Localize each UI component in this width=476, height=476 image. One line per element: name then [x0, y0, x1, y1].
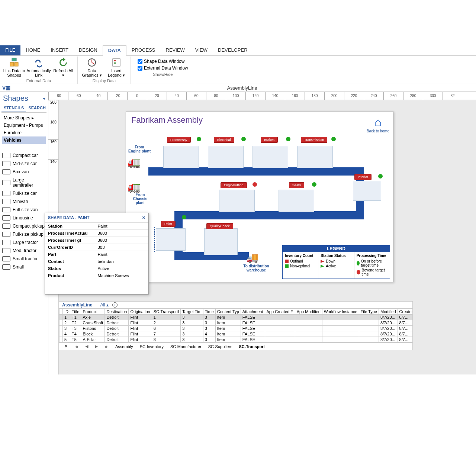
grid-col[interactable]: Product: [81, 309, 105, 315]
table-row[interactable]: 3T3PistonsDetroitFlint633ItemFALSE8/7/20…: [60, 326, 413, 331]
sheet-mfr[interactable]: SC-Manufacturer: [168, 344, 204, 349]
external-data-window: AssemblyLine All ▴ + IDTitleProductDesti…: [59, 301, 413, 350]
shape-item-label: Large semitrailer: [13, 177, 46, 188]
home-icon: ⌂: [367, 115, 389, 129]
tab-design[interactable]: DESIGN: [74, 45, 103, 55]
shape-item[interactable]: Mid-size car: [1, 160, 46, 168]
shape-data-title: SHAPE DATA - PAINT: [48, 215, 89, 220]
shape-item[interactable]: Full-size car: [1, 189, 46, 197]
station-interior[interactable]: [353, 181, 381, 201]
grid-col[interactable]: Content Typ: [215, 309, 241, 315]
tab-stencils[interactable]: STENCILS: [1, 104, 26, 112]
btn-data-graphics[interactable]: Data Graphics ▾: [81, 57, 103, 78]
tab-data[interactable]: DATA: [103, 45, 126, 56]
btn-refresh-all[interactable]: Refresh All ▾: [52, 57, 74, 78]
add-icon[interactable]: +: [112, 302, 118, 308]
tab-review[interactable]: REVIEW: [161, 45, 190, 55]
collapse-icon[interactable]: ◂: [43, 96, 45, 101]
cat-furniture[interactable]: Furniture: [2, 129, 46, 136]
station-brakes[interactable]: [253, 146, 288, 168]
table-row[interactable]: 5T5A-PillarDetroitFlint833ItemFALSE8/7/2…: [60, 337, 413, 342]
shape-item[interactable]: Full-size pickup: [1, 230, 46, 238]
sheet-sup[interactable]: SC-Suppliers: [206, 344, 235, 349]
shape-item-label: Mid-size car: [13, 161, 37, 166]
nav-last[interactable]: ⏭: [102, 344, 111, 349]
tab-home[interactable]: HOME: [20, 45, 45, 55]
drawing-page[interactable]: Fabrikam Assembly ⌂ Back to home FrameAs…: [126, 111, 393, 282]
grid-col[interactable]: Time: [203, 309, 215, 315]
shape-item[interactable]: Limousine: [1, 214, 46, 222]
grid-col[interactable]: File Type: [359, 309, 379, 315]
btn-insert-legend[interactable]: Insert Legend ▾: [105, 57, 128, 78]
sheet-assembly[interactable]: Assembly: [113, 344, 135, 349]
shape-item[interactable]: Large tractor: [1, 238, 46, 247]
grid-col[interactable]: Created: [398, 309, 412, 315]
btn-link-data[interactable]: Link Data to Shapes: [3, 57, 25, 78]
external-data-grid[interactable]: IDTitleProductDestinationOriginationSC-T…: [59, 309, 412, 342]
grid-col[interactable]: Destination: [105, 309, 129, 315]
sheet-inv[interactable]: SC-Inventory: [138, 344, 166, 349]
sheet-tabs: ✕ ⏮ ◀ ▶ ⏭ Assembly SC-Inventory SC-Manuf…: [59, 342, 412, 350]
table-row[interactable]: 2T2CrankShaftDetroitFlint233ItemFALSE8/7…: [60, 320, 413, 326]
tab-developer[interactable]: DEVELOPER: [213, 45, 253, 55]
legend: LEGEND Inventory Count Optimal Non-optim…: [282, 245, 390, 279]
grid-col[interactable]: Title: [70, 309, 81, 315]
tab-search[interactable]: SEARCH: [26, 104, 48, 112]
shape-item[interactable]: Large semitrailer: [1, 176, 46, 189]
btn-auto-link[interactable]: Automatically Link: [28, 57, 50, 78]
grid-col[interactable]: [60, 309, 63, 315]
tab-insert[interactable]: INSERT: [45, 45, 73, 55]
station-enginefitting[interactable]: [219, 190, 255, 212]
vehicle-icon: [2, 232, 10, 237]
ext-link-name[interactable]: AssemblyLine: [62, 302, 92, 308]
table-row[interactable]: 4T4BlockDetroitFlint734ItemFALSE8/7/20..…: [60, 331, 413, 337]
shape-item[interactable]: Small tractor: [1, 255, 46, 263]
station-paint-selected[interactable]: [156, 228, 186, 251]
grid-col[interactable]: App Modified: [295, 309, 322, 315]
station-transmission[interactable]: [297, 146, 333, 168]
nav-first[interactable]: ⏮: [72, 344, 81, 349]
grid-col[interactable]: Workflow Instance: [322, 309, 359, 315]
sheet-transport[interactable]: SC-Transport: [237, 344, 267, 349]
grid-col[interactable]: ID: [63, 309, 70, 315]
close-ext-icon[interactable]: ✕: [62, 344, 70, 349]
grid-col[interactable]: Target Tim: [181, 309, 203, 315]
truck-icon: 🚛: [128, 181, 141, 193]
home-button[interactable]: ⌂ Back to home: [367, 115, 389, 133]
grid-col[interactable]: Attachment: [241, 309, 265, 315]
shape-item[interactable]: Compact pickup: [1, 222, 46, 230]
tab-view[interactable]: VIEW: [190, 45, 213, 55]
tab-process[interactable]: PROCESS: [126, 45, 161, 55]
nav-prev[interactable]: ◀: [83, 344, 90, 349]
station-frameassy[interactable]: [163, 146, 199, 168]
tab-file[interactable]: FILE: [0, 45, 20, 55]
close-icon[interactable]: ✕: [142, 215, 145, 220]
station-seats[interactable]: [279, 190, 314, 212]
shape-item[interactable]: Small: [1, 263, 46, 271]
table-row[interactable]: 1T1AxleDetroitFlint133ItemFALSE8/7/20...…: [60, 315, 413, 320]
chk-shape-data[interactable]: Shape Data Window: [138, 59, 184, 64]
shape-item[interactable]: Med. tractor: [1, 247, 46, 255]
station-qualitycheck[interactable]: [204, 228, 238, 255]
station-electrical[interactable]: [208, 146, 244, 168]
shape-list: Compact carMid-size carBox vanLarge semi…: [1, 145, 46, 271]
grid-col[interactable]: SC-TransportI: [152, 309, 181, 315]
cat-more[interactable]: More Shapes ▸: [2, 114, 46, 122]
shape-item[interactable]: Compact car: [1, 151, 46, 160]
nav-next[interactable]: ▶: [93, 344, 100, 349]
status-dot: [331, 137, 336, 141]
sd-value: Active: [94, 265, 148, 272]
shape-data-window[interactable]: SHAPE DATA - PAINT✕ StationPaintProcessT…: [45, 213, 149, 295]
grid-col[interactable]: Modified: [379, 309, 398, 315]
shape-item[interactable]: Minivan: [1, 197, 46, 206]
cat-pumps[interactable]: Equipment - Pumps: [2, 122, 46, 129]
grid-col[interactable]: Origination: [129, 309, 152, 315]
svg-rect-2: [12, 58, 16, 61]
status-dot: [253, 182, 257, 187]
cat-vehicles[interactable]: Vehicles: [2, 136, 46, 144]
shape-item[interactable]: Full-size van: [1, 206, 46, 214]
shape-item[interactable]: Box van: [1, 168, 46, 176]
chk-ext-data[interactable]: External Data Window: [138, 65, 188, 71]
ext-filter[interactable]: All ▴: [100, 302, 109, 308]
grid-col[interactable]: App Created E: [265, 309, 295, 315]
